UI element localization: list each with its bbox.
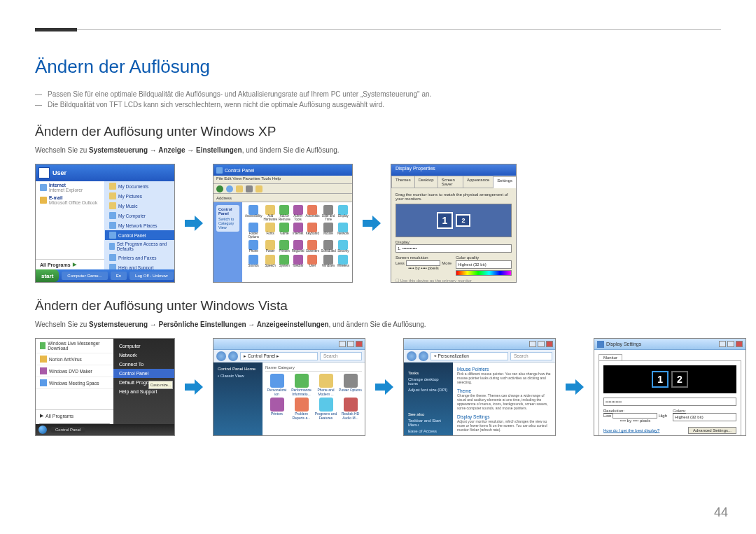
control-panel-item[interactable]: Scanners [305, 240, 319, 253]
tab-appearance[interactable]: Appearance [463, 176, 493, 188]
search-input[interactable]: Search [320, 352, 362, 360]
start-item[interactable]: Computer [113, 342, 174, 351]
control-panel-item[interactable]: Game [279, 223, 290, 239]
control-panel-item[interactable]: Sounds [245, 255, 262, 268]
link-theme[interactable]: Theme [457, 388, 551, 393]
tab-desktop[interactable]: Desktop [414, 176, 438, 188]
minimize-button[interactable] [339, 341, 346, 347]
taskbar-item[interactable]: Log Off - Unknow [130, 272, 174, 280]
control-panel-item[interactable]: Folder Options [245, 223, 262, 239]
control-panel-item[interactable]: Keyboard [305, 223, 319, 239]
taskbar-item[interactable]: En [111, 272, 127, 280]
menu-bar[interactable]: File Edit View Favorites Tools Help [214, 176, 352, 184]
control-panel-item[interactable]: Problem Reports a... [290, 398, 313, 420]
tab-themes[interactable]: Themes [391, 176, 415, 188]
start-item[interactable]: Connect To [113, 360, 174, 369]
control-panel-item[interactable]: Admin Tools [292, 205, 304, 221]
forward-button[interactable] [226, 185, 233, 192]
all-programs[interactable]: ▶All Programs [36, 409, 113, 421]
column-headers[interactable]: Name Category [265, 365, 362, 372]
start-item[interactable]: Printers and Faxes [105, 253, 174, 262]
resolution-slider[interactable] [612, 413, 657, 419]
control-panel-item[interactable]: Programs and Features [314, 398, 337, 420]
taskbar-item[interactable]: Computer Game... [62, 272, 107, 280]
control-panel-item[interactable]: System [279, 255, 290, 268]
start-item[interactable]: Network [113, 351, 174, 360]
start-item[interactable]: Set Program Access and Defaults [105, 240, 174, 253]
breadcrumb-bar[interactable]: ▸ Control Panel ▸ [240, 352, 318, 360]
sidebar-link[interactable]: Taskbar and Start Menu [408, 419, 449, 427]
up-button[interactable] [236, 185, 243, 192]
minimize-button[interactable] [529, 341, 536, 347]
control-panel-item[interactable]: Display [337, 205, 349, 221]
start-item[interactable]: Norton AntiVirus [36, 353, 113, 365]
monitor-1[interactable]: 1 [437, 212, 454, 229]
control-panel-item[interactable]: Accessibility [245, 205, 262, 221]
start-item-internet[interactable]: InternetInternet Explorer [36, 181, 104, 194]
control-panel-item[interactable]: Power Options [339, 374, 362, 396]
control-panel-item[interactable]: Realtek HD Audio M... [339, 398, 362, 420]
folders-button[interactable] [255, 185, 262, 192]
advanced-button[interactable]: Advanced Settings... [688, 427, 736, 434]
start-item[interactable]: My Pictures [105, 191, 174, 201]
sidebar-link[interactable]: Change desktop icons [408, 377, 449, 386]
control-panel-item[interactable]: Add or Remove [279, 205, 290, 221]
help-link[interactable]: How do I get the best display? [603, 428, 659, 433]
monitor-2[interactable]: 2 [671, 371, 688, 388]
monitor-2[interactable]: 2 [456, 214, 470, 227]
control-panel-item[interactable]: User [305, 255, 319, 268]
search-input[interactable]: Search [510, 352, 552, 360]
close-button[interactable] [736, 341, 743, 347]
start-item[interactable]: My Computer [105, 211, 174, 220]
start-item[interactable]: Windows Meeting Space [36, 377, 113, 389]
forward-button[interactable] [228, 351, 238, 361]
start-button[interactable]: start [36, 269, 59, 282]
link-display-settings[interactable]: Display Settings [457, 414, 551, 419]
control-panel-item[interactable]: Phone and Modem ... [314, 374, 337, 396]
control-panel-item[interactable]: Scheduled [321, 240, 335, 253]
tab-settings[interactable]: Settings [493, 176, 517, 188]
start-item[interactable]: Windows DVD Maker [36, 365, 113, 377]
checkbox-primary[interactable]: ☐ Use this device as the primary monitor [396, 278, 512, 283]
close-button[interactable] [546, 341, 553, 347]
search-button[interactable] [246, 185, 253, 192]
link-mouse-pointers[interactable]: Mouse Pointers [457, 367, 551, 372]
monitor-preview[interactable]: 1 2 [396, 204, 512, 237]
control-panel-item[interactable]: Windows [321, 255, 335, 268]
display-dropdown[interactable]: 1. •••••••••• [396, 244, 512, 253]
minimize-button[interactable] [719, 341, 726, 347]
monitor-preview[interactable]: 1 2 [603, 365, 736, 393]
control-panel-item[interactable]: Network [337, 223, 349, 239]
control-panel-item[interactable]: Speech [263, 255, 277, 268]
taskbar-item[interactable]: Control Panel [51, 427, 85, 433]
maximize-button[interactable] [727, 341, 734, 347]
control-panel-item[interactable]: Printers [265, 398, 288, 420]
maximize-button[interactable] [538, 341, 545, 347]
display-dropdown[interactable]: ••••••••••• [603, 398, 736, 406]
control-panel-item[interactable]: Fonts [263, 223, 277, 239]
close-button[interactable] [356, 341, 363, 347]
sidebar-link[interactable]: • Classic View [218, 374, 258, 378]
control-panel-item[interactable]: Printers [279, 240, 290, 253]
tab-monitor[interactable]: Monitor [598, 354, 622, 360]
control-panel-item[interactable]: Date and Time [321, 205, 335, 221]
breadcrumb-bar[interactable]: « Personalization [430, 352, 508, 360]
control-panel-item[interactable]: Internet [292, 223, 304, 239]
control-panel-item[interactable]: Personalizat ion [265, 374, 288, 396]
control-panel-item[interactable]: Regional [292, 240, 304, 253]
forward-button[interactable] [419, 351, 428, 361]
colors-dropdown[interactable]: Highest (32 bit) [673, 413, 736, 421]
color-quality-dropdown[interactable]: Highest (32 bit) [456, 260, 512, 269]
maximize-button[interactable] [347, 341, 354, 347]
address-bar[interactable]: Address [214, 194, 352, 202]
sidebar-link[interactable]: Adjust font size (DPI) [408, 388, 449, 392]
control-panel-item[interactable]: Wireless [337, 255, 349, 268]
back-button[interactable] [407, 351, 416, 361]
control-panel-item[interactable]: Taskbar [292, 255, 304, 268]
back-button[interactable] [216, 351, 226, 361]
tab-screensaver[interactable]: Screen Saver [438, 176, 463, 188]
resolution-slider[interactable] [406, 260, 441, 266]
start-button[interactable] [38, 426, 47, 434]
start-item-email[interactable]: E-mailMicrosoft Office Outlook [36, 194, 104, 206]
start-item[interactable]: My Documents [105, 181, 174, 191]
